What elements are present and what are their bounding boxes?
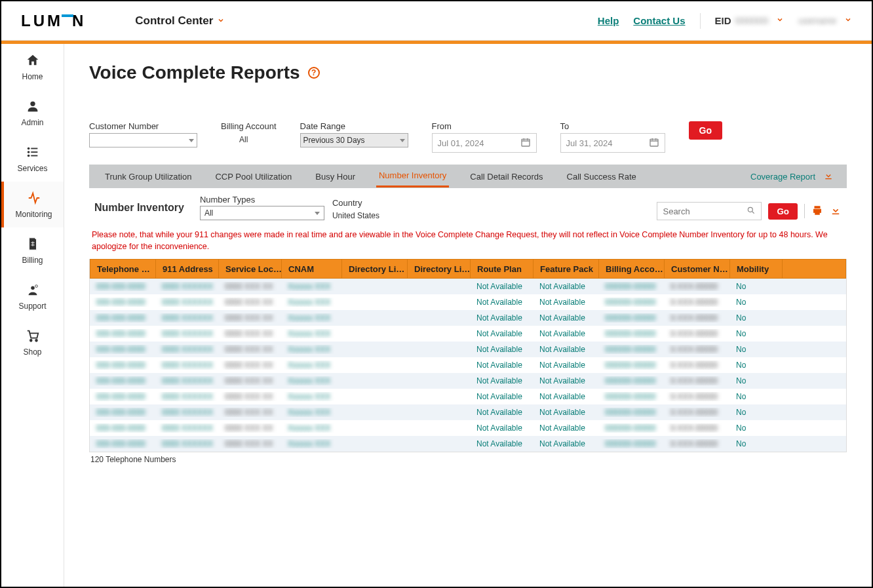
cell-route-plan[interactable]: Not Available [470, 361, 533, 370]
cell-feature-pack[interactable]: Not Available [533, 423, 598, 433]
cell-feature-pack[interactable]: Not Available [533, 439, 598, 448]
from-date-input[interactable]: Jul 01, 2024 [432, 133, 537, 153]
cell-feature-pack[interactable]: Not Available [533, 282, 598, 291]
tab-call-detail[interactable]: Call Detail Records [467, 167, 545, 187]
cell-telephone[interactable]: 000-000-0000 [90, 329, 155, 338]
cell-911-address[interactable]: 0000 XXXXXX [155, 329, 218, 338]
go-button[interactable]: Go [689, 121, 722, 140]
sidebar-item-home[interactable]: Home [1, 44, 64, 90]
col-cnam[interactable]: CNAM [282, 260, 342, 278]
table-row[interactable]: 000-000-00000000 XXXXXX0000 XXX XXXxxxxx… [90, 389, 846, 404]
cell-telephone[interactable]: 000-000-0000 [90, 392, 155, 401]
cell-telephone[interactable]: 000-000-0000 [90, 282, 155, 291]
search-box[interactable] [657, 202, 762, 220]
table-row[interactable]: 000-000-00000000 XXXXXX0000 XXX XXXxxxxx… [90, 436, 846, 452]
search-go-button[interactable]: Go [768, 203, 798, 220]
cell-feature-pack[interactable]: Not Available [533, 329, 598, 338]
col-service-location[interactable]: Service Loc… [219, 260, 282, 278]
cell-telephone[interactable]: 000-000-0000 [90, 361, 155, 370]
table-row[interactable]: 000-000-00000000 XXXXXX0000 XXX XXXxxxxx… [90, 310, 846, 326]
cell-telephone[interactable]: 000-000-0000 [90, 376, 155, 385]
cell-billing-account[interactable]: 000000-00000 [598, 361, 664, 370]
cell-feature-pack[interactable]: Not Available [533, 298, 598, 307]
help-icon[interactable]: ? [308, 67, 320, 79]
cell-911-address[interactable]: 0000 XXXXXX [155, 298, 218, 307]
contact-us-link[interactable]: Contact Us [633, 15, 685, 26]
tab-call-success[interactable]: Call Success Rate [564, 167, 639, 187]
table-row[interactable]: 000-000-00000000 XXXXXX0000 XXX XXXxxxxx… [90, 326, 846, 342]
sidebar-item-shop[interactable]: Shop [1, 319, 64, 365]
cell-911-address[interactable]: 0000 XXXXXX [155, 361, 218, 370]
table-row[interactable]: 000-000-00000000 XXXXXX0000 XXX XXXxxxxx… [90, 342, 846, 357]
cell-911-address[interactable]: 0000 XXXXXX [155, 392, 218, 401]
col-mobility[interactable]: Mobility [730, 260, 783, 278]
cell-route-plan[interactable]: Not Available [470, 345, 533, 354]
sidebar-item-support[interactable]: Support [1, 273, 64, 319]
cell-911-address[interactable]: 0000 XXXXXX [155, 345, 218, 354]
cell-route-plan[interactable]: Not Available [470, 408, 533, 417]
cell-billing-account[interactable]: 000000-00000 [598, 329, 664, 338]
tab-ccp-pool[interactable]: CCP Pool Utilization [212, 167, 294, 187]
print-icon[interactable] [811, 205, 823, 218]
cell-cnam[interactable]: Xxxxxx XXX [281, 313, 341, 323]
cell-911-address[interactable]: 0000 XXXXXX [155, 439, 218, 448]
table-row[interactable]: 000-000-00000000 XXXXXX0000 XXX XXXxxxxx… [90, 373, 846, 389]
download-icon[interactable] [830, 205, 842, 218]
tab-busy-hour[interactable]: Busy Hour [313, 167, 358, 187]
cell-billing-account[interactable]: 000000-00000 [598, 345, 664, 354]
col-telephone[interactable]: Telephone … [90, 260, 156, 278]
sidebar-item-billing[interactable]: Billing [1, 227, 64, 273]
cell-911-address[interactable]: 0000 XXXXXX [155, 423, 218, 433]
cell-911-address[interactable]: 0000 XXXXXX [155, 376, 218, 385]
cell-cnam[interactable]: Xxxxxx XXX [281, 376, 341, 385]
cell-feature-pack[interactable]: Not Available [533, 313, 598, 323]
tab-number-inventory[interactable]: Number Inventory [376, 165, 449, 187]
cell-route-plan[interactable]: Not Available [470, 376, 533, 385]
customer-number-select[interactable] [89, 133, 197, 147]
number-types-select[interactable]: All [200, 206, 324, 220]
cell-feature-pack[interactable]: Not Available [533, 361, 598, 370]
cell-cnam[interactable]: Xxxxxx XXX [281, 361, 341, 370]
cell-cnam[interactable]: Xxxxxx XXX [281, 298, 341, 307]
table-row[interactable]: 000-000-00000000 XXXXXX0000 XXX XXXxxxxx… [90, 420, 846, 436]
col-directory-2[interactable]: Directory Li… [408, 260, 471, 278]
cell-route-plan[interactable]: Not Available [470, 282, 533, 291]
cell-route-plan[interactable]: Not Available [470, 392, 533, 401]
table-row[interactable]: 000-000-00000000 XXXXXX0000 XXX XXXxxxxx… [90, 357, 846, 373]
cell-cnam[interactable]: Xxxxxx XXX [281, 408, 341, 417]
cell-billing-account[interactable]: 000000-00000 [598, 313, 664, 323]
eid-dropdown[interactable]: EID 0000000 [715, 15, 785, 26]
cell-feature-pack[interactable]: Not Available [533, 392, 598, 401]
cell-billing-account[interactable]: 000000-00000 [598, 392, 664, 401]
cell-911-address[interactable]: 0000 XXXXXX [155, 408, 218, 417]
cell-cnam[interactable]: Xxxxxx XXX [281, 282, 341, 291]
cell-billing-account[interactable]: 000000-00000 [598, 439, 664, 448]
cell-telephone[interactable]: 000-000-0000 [90, 298, 155, 307]
to-date-input[interactable]: Jul 31, 2024 [560, 133, 665, 153]
cell-route-plan[interactable]: Not Available [470, 313, 533, 323]
col-billing-account[interactable]: Billing Acco… [599, 260, 665, 278]
col-directory-1[interactable]: Directory Li… [342, 260, 408, 278]
cell-telephone[interactable]: 000-000-0000 [90, 313, 155, 323]
cell-telephone[interactable]: 000-000-0000 [90, 439, 155, 448]
cell-billing-account[interactable]: 000000-00000 [598, 282, 664, 291]
cell-telephone[interactable]: 000-000-0000 [90, 408, 155, 417]
cell-billing-account[interactable]: 000000-00000 [598, 298, 664, 307]
date-range-select[interactable]: Previous 30 Days [300, 133, 408, 147]
coverage-report-link[interactable]: Coverage Report [750, 170, 834, 183]
user-dropdown[interactable]: username [798, 16, 852, 26]
cell-billing-account[interactable]: 000000-00000 [598, 423, 664, 433]
cell-cnam[interactable]: Xxxxxx XXX [281, 439, 341, 448]
table-body[interactable]: 000-000-00000000 XXXXXX0000 XXX XXXxxxxx… [90, 279, 846, 452]
cell-cnam[interactable]: Xxxxxx XXX [281, 329, 341, 338]
col-route-plan[interactable]: Route Plan [471, 260, 534, 278]
cell-cnam[interactable]: Xxxxxx XXX [281, 392, 341, 401]
cell-route-plan[interactable]: Not Available [470, 298, 533, 307]
cell-route-plan[interactable]: Not Available [470, 423, 533, 433]
cell-route-plan[interactable]: Not Available [470, 329, 533, 338]
cell-911-address[interactable]: 0000 XXXXXX [155, 282, 218, 291]
cell-cnam[interactable]: Xxxxxx XXX [281, 423, 341, 433]
cell-telephone[interactable]: 000-000-0000 [90, 423, 155, 433]
cell-feature-pack[interactable]: Not Available [533, 345, 598, 354]
sidebar-item-monitoring[interactable]: Monitoring [1, 182, 64, 227]
